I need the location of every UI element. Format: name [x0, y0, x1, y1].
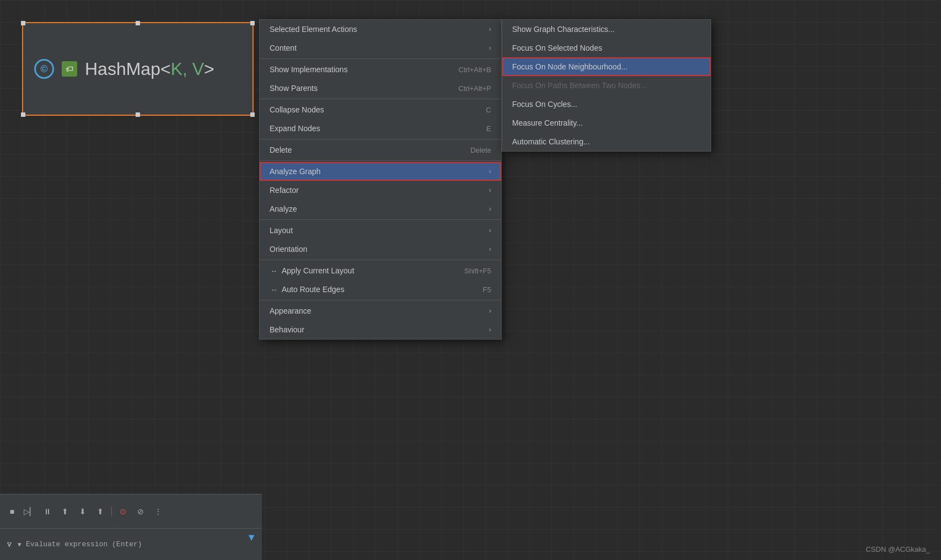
- submenu-label-focus-paths-between-two-nodes: Focus On Paths Between Two Nodes...: [512, 81, 647, 90]
- separator-5: [260, 219, 501, 220]
- step-over-button[interactable]: ▷▏: [23, 505, 36, 518]
- menu-item-expand-nodes[interactable]: Expand Nodes E: [260, 119, 501, 138]
- menu-item-apply-current-layout[interactable]: ↔ Apply Current Layout Shift+F5: [260, 261, 501, 280]
- arrow-icon-selected-element-actions: ›: [489, 25, 491, 33]
- filter-dropdown[interactable]: ▾: [18, 540, 21, 548]
- bottom-toolbar: ■ ▷▏ ⏸ ⬆ ⬇ ⬆ ⊙ ⊘ ⋮ ⛛ ▾ Evaluate expressi…: [0, 494, 262, 560]
- menu-item-refactor[interactable]: Refactor ›: [260, 181, 501, 200]
- scroll-down-icon[interactable]: ▼: [246, 532, 256, 543]
- more-options-button[interactable]: ⋮: [152, 505, 165, 518]
- menu-item-delete[interactable]: Delete Delete: [260, 141, 501, 159]
- no-record-button[interactable]: ⊘: [134, 505, 147, 518]
- separator-4: [260, 160, 501, 161]
- analyze-graph-submenu: Show Graph Characteristics... Focus On S…: [502, 19, 711, 152]
- submenu-label-focus-on-cycles: Focus On Cycles...: [512, 100, 577, 109]
- menu-label-content: Content: [270, 44, 297, 52]
- separator-1: [260, 58, 501, 59]
- tag-icon: 🏷: [62, 61, 77, 77]
- arrow-icon-analyze-graph: ›: [489, 168, 491, 175]
- context-menu: Selected Element Actions › Content › Sho…: [259, 19, 502, 340]
- menu-label-behaviour: Behaviour: [270, 325, 304, 334]
- menu-item-show-implementations[interactable]: Show Implementations Ctrl+Alt+B: [260, 60, 501, 79]
- menu-item-analyze-graph[interactable]: Analyze Graph ›: [260, 162, 501, 181]
- record-button[interactable]: ⊙: [116, 505, 130, 518]
- toolbar-eval-row: ⛛ ▾ Evaluate expression (Enter) ▼: [0, 529, 262, 560]
- run-to-cursor-button[interactable]: ⬆: [94, 505, 107, 518]
- copyright-icon: ©: [34, 59, 54, 79]
- arrow-icon-refactor: ›: [489, 186, 491, 194]
- watermark: CSDN @ACGkaka_: [865, 545, 930, 553]
- menu-item-selected-element-actions[interactable]: Selected Element Actions ›: [260, 20, 501, 39]
- menu-label-auto-route-edges: Auto Route Edges: [282, 285, 345, 294]
- menu-label-collapse-nodes: Collapse Nodes: [270, 105, 324, 114]
- resize-handle-tm[interactable]: [136, 21, 140, 25]
- resize-handle-bl[interactable]: [21, 112, 25, 117]
- arrow-icon-content: ›: [489, 44, 491, 52]
- submenu-item-show-graph-characteristics[interactable]: Show Graph Characteristics...: [502, 20, 711, 39]
- menu-label-orientation: Orientation: [270, 245, 307, 254]
- menu-item-content[interactable]: Content ›: [260, 39, 501, 57]
- menu-label-selected-element-actions: Selected Element Actions: [270, 25, 357, 34]
- arrow-icon-analyze: ›: [489, 205, 491, 213]
- toolbar-divider: [111, 507, 112, 516]
- menu-label-layout: Layout: [270, 226, 293, 235]
- shortcut-expand-nodes: E: [486, 125, 491, 133]
- arrow-icon-appearance: ›: [489, 307, 491, 315]
- submenu-item-focus-selected-nodes[interactable]: Focus On Selected Nodes: [502, 39, 711, 57]
- shortcut-show-implementations: Ctrl+Alt+B: [459, 66, 491, 74]
- menu-item-behaviour[interactable]: Behaviour ›: [260, 320, 501, 339]
- menu-item-collapse-nodes[interactable]: Collapse Nodes C: [260, 100, 501, 119]
- resize-handle-tl[interactable]: [21, 21, 25, 25]
- submenu-item-measure-centrality[interactable]: Measure Centrality...: [502, 114, 711, 132]
- menu-label-analyze: Analyze: [270, 204, 297, 213]
- arrow-icon-behaviour: ›: [489, 326, 491, 333]
- submenu-item-focus-on-cycles[interactable]: Focus On Cycles...: [502, 95, 711, 114]
- arrow-icon-orientation: ›: [489, 245, 491, 253]
- auto-route-prefix-icon: ↔: [270, 286, 278, 294]
- toolbar-buttons-row: ■ ▷▏ ⏸ ⬆ ⬇ ⬆ ⊙ ⊘ ⋮: [0, 494, 262, 529]
- node-title: HashMap<K, V>: [85, 59, 214, 79]
- shortcut-collapse-nodes: C: [486, 106, 491, 114]
- submenu-item-automatic-clustering[interactable]: Automatic Clustering...: [502, 132, 711, 151]
- resize-handle-bm[interactable]: [136, 112, 140, 117]
- arrow-icon-layout: ›: [489, 227, 491, 234]
- menu-label-show-parents: Show Parents: [270, 84, 318, 93]
- eval-input[interactable]: Evaluate expression (Enter): [26, 540, 256, 548]
- submenu-item-focus-paths-between-two-nodes: Focus On Paths Between Two Nodes...: [502, 76, 711, 95]
- node-card: © 🏷 HashMap<K, V>: [22, 22, 254, 116]
- menu-item-orientation[interactable]: Orientation ›: [260, 240, 501, 259]
- submenu-label-focus-selected-nodes: Focus On Selected Nodes: [512, 44, 602, 52]
- menu-label-appearance: Appearance: [270, 306, 311, 315]
- resize-handle-tr[interactable]: [250, 21, 255, 25]
- submenu-label-measure-centrality: Measure Centrality...: [512, 119, 583, 127]
- shortcut-delete: Delete: [470, 146, 491, 154]
- menu-item-show-parents[interactable]: Show Parents Ctrl+Alt+P: [260, 79, 501, 98]
- step-into-button[interactable]: ⬇: [76, 505, 89, 518]
- node-type-params: K, V: [171, 59, 204, 79]
- shortcut-apply-current-layout: Shift+F5: [464, 267, 491, 275]
- auto-route-left: ↔ Auto Route Edges: [270, 285, 345, 294]
- menu-label-apply-current-layout: Apply Current Layout: [282, 266, 354, 275]
- shortcut-auto-route-edges: F5: [483, 286, 491, 294]
- menu-label-expand-nodes: Expand Nodes: [270, 124, 320, 133]
- submenu-label-automatic-clustering: Automatic Clustering...: [512, 137, 590, 146]
- menu-item-layout[interactable]: Layout ›: [260, 221, 501, 240]
- apply-layout-prefix-icon: ↔: [270, 267, 278, 275]
- filter-icon: ⛛: [6, 540, 13, 549]
- menu-label-delete: Delete: [270, 146, 292, 154]
- separator-7: [260, 300, 501, 300]
- submenu-label-focus-node-neighbourhood: Focus On Node Neighbourhood...: [512, 62, 627, 71]
- menu-label-show-implementations: Show Implementations: [270, 65, 348, 74]
- pause-button[interactable]: ⏸: [41, 505, 54, 518]
- menu-label-analyze-graph: Analyze Graph: [270, 167, 321, 176]
- menu-label-refactor: Refactor: [270, 186, 299, 195]
- menu-item-auto-route-edges[interactable]: ↔ Auto Route Edges F5: [260, 280, 501, 299]
- step-out-button[interactable]: ⬆: [58, 505, 72, 518]
- separator-2: [260, 99, 501, 99]
- menu-item-appearance[interactable]: Appearance ›: [260, 301, 501, 320]
- stop-button[interactable]: ■: [6, 505, 19, 518]
- submenu-item-focus-node-neighbourhood[interactable]: Focus On Node Neighbourhood...: [502, 57, 711, 76]
- separator-3: [260, 139, 501, 139]
- resize-handle-br[interactable]: [250, 112, 255, 117]
- menu-item-analyze[interactable]: Analyze ›: [260, 200, 501, 218]
